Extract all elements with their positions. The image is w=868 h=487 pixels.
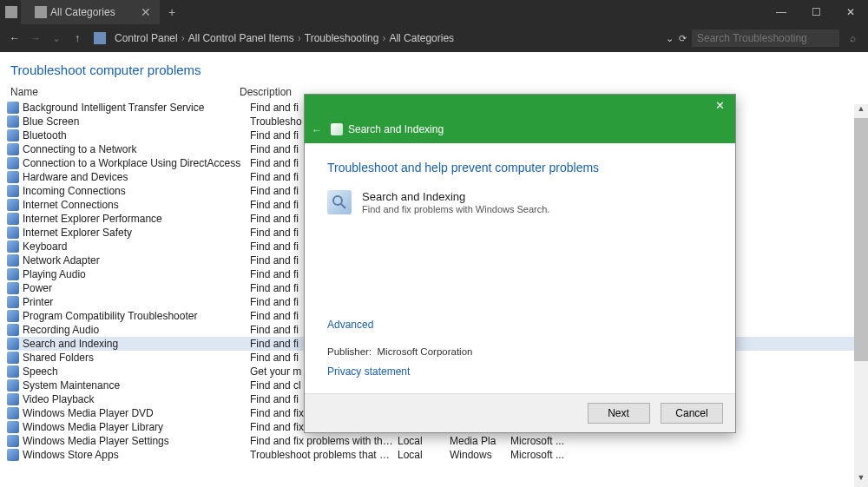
dialog-titlebar[interactable]: ✕ ← Search and Indexing: [305, 95, 735, 143]
breadcrumb-segment[interactable]: Control Panel: [115, 32, 178, 44]
tab-title: All Categories: [50, 6, 115, 18]
item-location: Local: [398, 449, 450, 461]
item-name: Internet Explorer Safety: [23, 227, 250, 239]
search-input[interactable]: [692, 30, 839, 47]
troubleshooter-icon: [7, 185, 19, 197]
refresh-button[interactable]: ⟳: [679, 33, 687, 44]
item-name: Windows Store Apps: [23, 449, 250, 461]
advanced-link[interactable]: Advanced: [327, 319, 373, 331]
troubleshooter-icon: [7, 115, 19, 128]
troubleshooter-icon: [7, 227, 19, 239]
item-name: Printer: [23, 296, 250, 308]
item-name: Internet Explorer Performance: [23, 213, 250, 225]
item-name: Hardware and Devices: [23, 171, 250, 183]
item-name: Incoming Connections: [23, 185, 250, 197]
troubleshooter-icon: [7, 157, 19, 169]
item-name: Speech: [23, 365, 250, 378]
publisher-label: Publisher:: [327, 346, 372, 357]
dialog-body: Troubleshoot and help prevent computer p…: [305, 143, 735, 393]
item-category: Media Pla: [450, 435, 510, 447]
cancel-button[interactable]: Cancel: [661, 403, 723, 424]
navigation-bar: ← → ⌄ ↑ Control Panel›All Control Panel …: [0, 24, 868, 52]
recent-dropdown[interactable]: ⌄: [49, 32, 64, 44]
scroll-down-button[interactable]: ▼: [854, 473, 868, 487]
dialog-footer: Next Cancel: [305, 393, 735, 432]
troubleshooter-icon: [7, 129, 19, 141]
troubleshooter-item: Search and Indexing Find and fix problem…: [327, 190, 713, 214]
item-name: Playing Audio: [23, 268, 250, 280]
item-publisher: Microsoft ...: [510, 449, 589, 461]
scroll-thumb[interactable]: [854, 118, 868, 361]
privacy-link[interactable]: Privacy statement: [327, 365, 410, 378]
item-name: Connecting to a Network: [23, 143, 250, 155]
dialog-back-button[interactable]: ←: [312, 124, 322, 136]
troubleshooter-icon: [7, 379, 19, 392]
item-category: Windows: [450, 449, 510, 461]
chevron-right-icon[interactable]: ›: [181, 32, 185, 44]
window-titlebar: All Categories ✕ + — ☐ ✕: [0, 0, 868, 24]
item-name: Connection to a Workplace Using DirectAc…: [23, 157, 250, 169]
window-controls: — ☐ ✕: [764, 6, 868, 18]
browser-tab[interactable]: All Categories ✕: [21, 0, 160, 24]
breadcrumb-segment[interactable]: All Control Panel Items: [188, 32, 294, 44]
item-name: Recording Audio: [23, 324, 250, 336]
chevron-right-icon[interactable]: ›: [298, 32, 301, 44]
troubleshooter-icon: [7, 449, 19, 461]
item-name: Keyboard: [23, 240, 250, 253]
list-item[interactable]: Windows Media Player SettingsFind and fi…: [7, 434, 861, 448]
back-button[interactable]: ←: [7, 32, 23, 44]
tab-close-button[interactable]: ✕: [141, 5, 151, 19]
item-name: Power: [23, 282, 250, 294]
item-name: System Maintenance: [23, 379, 250, 392]
dialog-close-button[interactable]: ✕: [711, 99, 728, 112]
troubleshooter-dialog: ✕ ← Search and Indexing Troubleshoot and…: [304, 94, 736, 433]
dialog-heading: Troubleshoot and help prevent computer p…: [327, 161, 713, 174]
troubleshooter-icon: [7, 240, 19, 253]
list-item[interactable]: Windows Store AppsTroubleshoot problems …: [7, 448, 861, 462]
troubleshooter-icon: [7, 254, 19, 267]
close-window-button[interactable]: ✕: [833, 6, 868, 18]
scroll-up-button[interactable]: ▲: [854, 104, 868, 118]
next-button[interactable]: Next: [588, 403, 650, 424]
troubleshooter-icon: [7, 338, 19, 350]
breadcrumb-segment[interactable]: Troubleshooting: [305, 32, 379, 44]
forward-button[interactable]: →: [28, 32, 43, 44]
troubleshooter-icon: [7, 171, 19, 183]
maximize-button[interactable]: ☐: [799, 6, 833, 18]
address-dropdown[interactable]: ⌄: [666, 33, 674, 44]
troubleshooter-icon: [7, 407, 19, 419]
new-tab-button[interactable]: +: [168, 5, 175, 19]
breadcrumb-segment[interactable]: All Categories: [389, 32, 454, 44]
troubleshooter-icon: [7, 282, 19, 294]
item-publisher: Microsoft ...: [510, 435, 589, 447]
dialog-title-icon: [331, 123, 343, 135]
app-icon: [5, 6, 17, 18]
dialog-title: Search and Indexing: [348, 123, 444, 135]
troubleshooter-item-desc: Find and fix problems with Windows Searc…: [362, 204, 549, 214]
minimize-button[interactable]: —: [764, 6, 799, 18]
troubleshooter-item-title: Search and Indexing: [362, 190, 549, 203]
item-description: Troubleshoot problems that may ...: [250, 449, 398, 461]
troubleshooter-icon: [7, 393, 19, 405]
troubleshooter-icon: [7, 296, 19, 308]
troubleshooter-icon: [7, 213, 19, 225]
item-name: Program Compatibility Troubleshooter: [23, 310, 250, 322]
tab-page-icon: [35, 6, 47, 18]
troubleshooter-icon: [7, 324, 19, 336]
breadcrumb-root-icon: [94, 32, 106, 44]
item-name: Windows Media Player Library: [23, 421, 250, 433]
column-name[interactable]: Name: [7, 86, 240, 98]
troubleshooter-icon: [7, 352, 19, 364]
vertical-scrollbar[interactable]: ▲ ▼: [854, 104, 868, 487]
page-title: Troubleshoot computer problems: [0, 52, 868, 84]
troubleshooter-icon: [7, 268, 19, 280]
troubleshooter-icon: [7, 199, 19, 211]
item-name: Network Adapter: [23, 254, 250, 267]
item-name: Shared Folders: [23, 352, 250, 364]
search-icon[interactable]: ⌕: [845, 32, 861, 44]
item-name: Windows Media Player DVD: [23, 407, 250, 419]
chevron-right-icon[interactable]: ›: [382, 32, 385, 44]
up-button[interactable]: ↑: [69, 32, 85, 44]
item-name: Search and Indexing: [23, 338, 250, 350]
troubleshooter-icon: [7, 310, 19, 322]
